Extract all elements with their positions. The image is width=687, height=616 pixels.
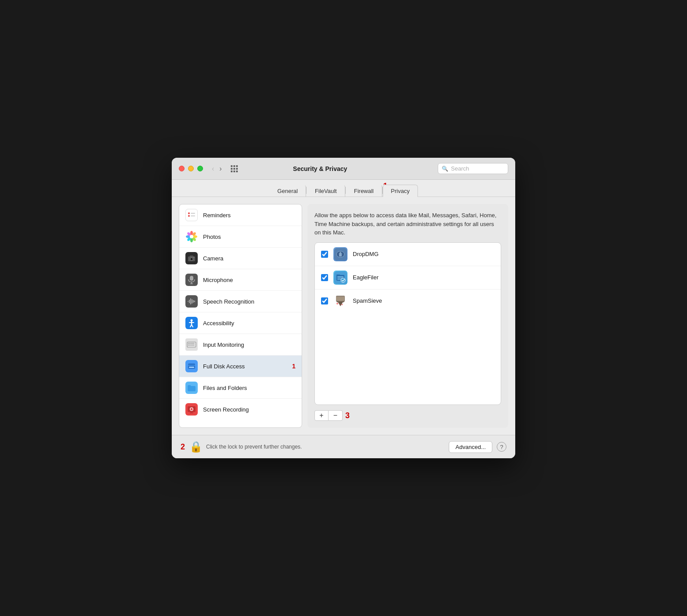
photos-icon xyxy=(185,230,198,243)
svg-rect-40 xyxy=(188,345,189,345)
svg-line-33 xyxy=(192,325,193,327)
sidebar-item-screen[interactable]: Screen Recording xyxy=(179,399,302,420)
svg-point-70 xyxy=(336,303,338,304)
svg-point-18 xyxy=(191,258,192,260)
bottom-bar: 2 🔒 Click the lock to prevent further ch… xyxy=(172,435,515,458)
svg-rect-16 xyxy=(190,256,193,257)
tab-filevault[interactable]: FileVault xyxy=(307,185,345,197)
reminders-icon xyxy=(185,209,198,221)
tab-general[interactable]: General xyxy=(269,185,306,197)
apps-list: DropDMG xyxy=(314,242,501,405)
camera-label: Camera xyxy=(203,255,223,262)
svg-rect-44 xyxy=(193,345,194,345)
tab-privacy[interactable]: Privacy xyxy=(383,185,418,197)
maximize-button[interactable] xyxy=(197,166,203,171)
svg-rect-45 xyxy=(188,364,195,369)
spamsieve-name: SpamSieve xyxy=(353,297,382,304)
traffic-lights xyxy=(179,166,203,171)
add-remove-container: + − 3 xyxy=(314,410,501,421)
help-button[interactable]: ? xyxy=(497,442,506,452)
badge-2: 2 xyxy=(181,442,185,452)
sidebar-item-input[interactable]: Input Monitoring xyxy=(179,334,302,356)
sidebar-item-photos[interactable]: Photos xyxy=(179,226,302,248)
svg-point-71 xyxy=(342,304,343,305)
accessibility-icon xyxy=(185,317,198,329)
svg-rect-36 xyxy=(189,343,190,344)
badge-3: 3 xyxy=(345,411,350,420)
accessibility-label: Accessibility xyxy=(203,320,234,327)
reminders-label: Reminders xyxy=(203,212,231,219)
fulldisk-badge: 1 xyxy=(292,363,295,370)
eaglefiler-name: EagleFiler xyxy=(353,274,379,281)
sidebar-item-microphone[interactable]: Microphone xyxy=(179,269,302,291)
files-icon xyxy=(185,382,198,394)
files-label: Files and Folders xyxy=(203,385,247,391)
sidebar-item-accessibility[interactable]: Accessibility xyxy=(179,312,302,334)
main-window: ‹ › Security & Privacy 🔍 General FileVau… xyxy=(172,158,515,458)
svg-rect-46 xyxy=(189,367,194,368)
svg-rect-59 xyxy=(337,276,344,277)
search-box[interactable]: 🔍 xyxy=(438,163,508,174)
microphone-icon xyxy=(185,274,198,286)
speech-label: Speech Recognition xyxy=(203,298,254,305)
svg-rect-43 xyxy=(192,345,193,345)
eaglefiler-icon xyxy=(333,271,347,285)
svg-rect-37 xyxy=(191,343,192,344)
lock-icon[interactable]: 🔒 xyxy=(189,441,202,453)
app-row-spamsieve: SpamSieve xyxy=(315,289,501,312)
tab-firewall[interactable]: Firewall xyxy=(346,185,382,197)
input-monitoring-label: Input Monitoring xyxy=(203,341,244,348)
main-content: Reminders xyxy=(172,197,515,435)
app-row-eaglefiler: EagleFiler xyxy=(315,266,501,289)
remove-button[interactable]: − xyxy=(329,410,343,421)
screen-recording-label: Screen Recording xyxy=(203,406,249,413)
spamsieve-checkbox[interactable] xyxy=(321,297,328,304)
lock-text: Click the lock to prevent further change… xyxy=(206,444,444,450)
reminders-svg xyxy=(187,210,196,220)
svg-rect-4 xyxy=(191,215,195,216)
sidebar-item-camera[interactable]: Camera xyxy=(179,248,302,269)
eaglefiler-checkbox[interactable] xyxy=(321,274,328,281)
search-input[interactable] xyxy=(451,165,504,172)
minimize-button[interactable] xyxy=(188,166,194,171)
right-panel: Allow the apps below to access data like… xyxy=(307,204,508,428)
svg-rect-2 xyxy=(191,213,195,214)
svg-point-62 xyxy=(341,278,345,282)
window-title: Security & Privacy xyxy=(208,165,432,172)
tabs-bar: General FileVault Firewall Privacy 1 xyxy=(172,180,515,197)
svg-rect-55 xyxy=(339,254,342,256)
sidebar-item-reminders[interactable]: Reminders xyxy=(179,204,302,226)
sidebar: Reminders xyxy=(179,204,302,428)
speech-icon xyxy=(185,295,198,308)
search-icon: 🔍 xyxy=(442,166,448,172)
svg-rect-58 xyxy=(336,275,340,276)
add-button[interactable]: + xyxy=(314,410,329,421)
dropdmg-icon xyxy=(333,247,347,261)
screen-recording-icon xyxy=(185,403,198,416)
svg-rect-38 xyxy=(192,343,193,344)
sidebar-item-files[interactable]: Files and Folders xyxy=(179,377,302,399)
svg-rect-20 xyxy=(190,276,193,281)
svg-rect-0 xyxy=(187,210,196,220)
camera-icon xyxy=(185,252,198,264)
spamsieve-icon xyxy=(333,294,347,308)
fulldisk-icon xyxy=(185,360,198,372)
svg-point-72 xyxy=(340,304,340,305)
close-button[interactable] xyxy=(179,166,185,171)
titlebar: ‹ › Security & Privacy 🔍 xyxy=(172,158,515,180)
svg-point-19 xyxy=(193,257,194,258)
svg-point-14 xyxy=(190,235,193,238)
dropdmg-checkbox[interactable] xyxy=(321,251,328,258)
sidebar-item-speech[interactable]: Speech Recognition xyxy=(179,291,302,312)
input-monitoring-icon xyxy=(185,338,198,351)
advanced-button[interactable]: Advanced... xyxy=(449,441,492,453)
fulldisk-label: Full Disk Access xyxy=(203,363,245,370)
sidebar-item-fulldisk[interactable]: Full Disk Access 1 xyxy=(179,356,302,377)
svg-rect-42 xyxy=(191,345,192,345)
svg-rect-35 xyxy=(188,343,189,344)
svg-point-1 xyxy=(188,212,190,214)
svg-point-3 xyxy=(188,215,190,217)
dropdmg-name: DropDMG xyxy=(353,251,379,257)
svg-point-49 xyxy=(191,408,193,410)
photos-label: Photos xyxy=(203,234,221,240)
